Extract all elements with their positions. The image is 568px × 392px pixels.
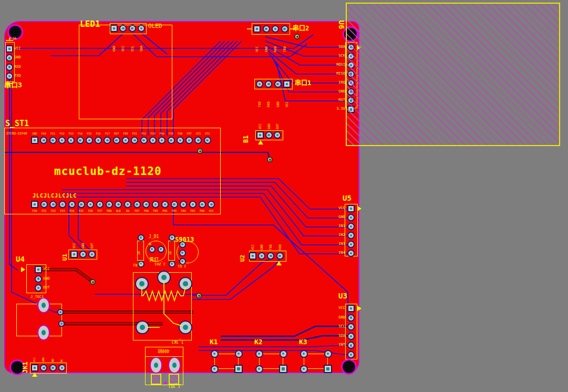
discrete-pad-5[interactable]	[169, 234, 175, 241]
sst1-top-pad-8[interactable]	[95, 137, 102, 144]
btn-pad[interactable]	[235, 350, 243, 358]
sst1-top-pad-1[interactable]	[31, 137, 38, 144]
button-k1-designator[interactable]: K1	[210, 338, 218, 345]
serial1-pad-1[interactable]	[256, 80, 263, 88]
u6-designator[interactable]: U6	[338, 20, 345, 29]
oled-module-outline[interactable]	[79, 25, 172, 119]
relay-ref[interactable]: J_JK1	[171, 339, 184, 343]
discrete-pad-8[interactable]	[179, 250, 186, 256]
sst1-top-pad-16[interactable]	[168, 137, 175, 144]
sst1-bot-pad-4[interactable]	[59, 201, 66, 208]
relay-pad-3[interactable]	[179, 277, 192, 291]
sst1-top-pad-10[interactable]	[113, 137, 120, 144]
u5-pad-3[interactable]	[347, 223, 355, 230]
sst1-top-pad-7[interactable]	[86, 137, 93, 144]
btn-pad[interactable]	[300, 350, 308, 358]
b1-pad-3[interactable]	[274, 131, 281, 139]
u5-pad-2[interactable]	[347, 214, 355, 221]
u3-pad-1[interactable]	[347, 305, 355, 312]
oled-pad-1[interactable]	[110, 25, 118, 32]
serial1-pad-3[interactable]	[274, 80, 282, 88]
oled-pad-4[interactable]	[138, 25, 145, 32]
relay-pad-4[interactable]	[136, 321, 149, 334]
power-conn-pad-1[interactable]	[150, 357, 162, 374]
jk1-pad-3[interactable]	[49, 364, 57, 372]
sst1-bot-pad-11[interactable]	[124, 201, 131, 208]
serial1-designator[interactable]: 串口1	[295, 80, 311, 86]
u1-pad-3[interactable]	[88, 251, 96, 258]
serial3-designator[interactable]: 串口3	[4, 81, 22, 88]
mcu-socket-part[interactable]: STC89-DIP40	[6, 132, 27, 135]
board-title-silk[interactable]: mcuclub-dz-1120	[54, 166, 162, 177]
discrete-pad-6[interactable]	[169, 261, 175, 267]
jk1-pad-1[interactable]	[31, 364, 38, 372]
serial1-pad-4[interactable]	[283, 80, 291, 88]
btn-pad[interactable]	[279, 365, 287, 373]
serial3-pad-1[interactable]	[6, 45, 13, 53]
tec-small-pad-2[interactable]	[58, 321, 65, 327]
button-k2-designator[interactable]: K2	[254, 338, 263, 345]
serial3-pad-4[interactable]	[6, 73, 13, 80]
btn-pad[interactable]	[255, 350, 263, 358]
antenna-keepout-hatch-region[interactable]	[346, 3, 560, 146]
u5-pad-4[interactable]	[347, 232, 355, 239]
u3-pad-4[interactable]	[347, 333, 355, 340]
tec-small-pad-1[interactable]	[57, 309, 64, 315]
oled-module-designator[interactable]: LED1	[80, 20, 100, 28]
via[interactable]	[90, 279, 96, 285]
sst1-top-pad-14[interactable]	[149, 137, 157, 144]
via[interactable]	[294, 34, 300, 39]
led-yellow-ref[interactable]: J_D1	[149, 235, 159, 239]
oled-module-label[interactable]: OLED	[148, 23, 162, 29]
serial2-pad-2[interactable]	[263, 25, 270, 33]
serial2-designator[interactable]: 串口2	[293, 25, 309, 32]
relay-pad-2[interactable]	[157, 271, 171, 284]
btn-pad[interactable]	[234, 365, 243, 373]
u1-designator[interactable]: U1	[62, 250, 68, 261]
sst1-top-pad-6[interactable]	[77, 137, 84, 144]
power-conn-pad-2[interactable]	[168, 357, 181, 374]
u4-pad-1[interactable]	[35, 266, 42, 273]
discrete-pad-1[interactable]	[138, 234, 144, 241]
sst1-bot-pad-14[interactable]	[152, 201, 159, 208]
u2-pad-4[interactable]	[276, 252, 284, 260]
sst1-bot-pad-12[interactable]	[133, 201, 141, 208]
b1-designator[interactable]: B1	[243, 131, 249, 143]
button-k3-designator[interactable]: K3	[299, 338, 307, 345]
u3-pad-6[interactable]	[347, 351, 355, 358]
discrete-pad-4[interactable]	[158, 246, 164, 253]
sst1-bot-pad-8[interactable]	[96, 201, 104, 208]
sst1-bot-pad-15[interactable]	[161, 201, 169, 208]
serial3-pad-3[interactable]	[6, 64, 13, 71]
b1-pad-2[interactable]	[265, 131, 273, 139]
u5-pad-6[interactable]	[347, 250, 355, 257]
btn-pad[interactable]	[211, 365, 219, 373]
sst1-bot-pad-18[interactable]	[189, 201, 197, 208]
jk1-designator[interactable]: JK1	[22, 359, 28, 373]
sst1-bot-pad-9[interactable]	[106, 201, 113, 208]
btn-pad[interactable]	[255, 365, 263, 373]
sst1-top-pad-11[interactable]	[122, 137, 129, 144]
sst1-top-pad-4[interactable]	[58, 137, 66, 144]
jk1-pad-4[interactable]	[58, 364, 66, 372]
sst1-bot-pad-6[interactable]	[78, 201, 85, 208]
sst1-top-pad-18[interactable]	[185, 137, 193, 144]
sst1-bot-pad-1[interactable]	[31, 201, 38, 208]
btn-pad[interactable]	[324, 350, 332, 358]
u3-pad-2[interactable]	[347, 314, 355, 322]
serial2-pad-1[interactable]	[253, 25, 261, 33]
btn-pad[interactable]	[300, 365, 308, 373]
relay-pad-1[interactable]	[135, 277, 149, 291]
sst1-top-pad-20[interactable]	[204, 137, 211, 144]
btn-pad[interactable]	[211, 350, 219, 358]
mcu-socket-designator[interactable]: S_ST1	[5, 120, 29, 128]
tec-pad-2[interactable]	[37, 325, 50, 341]
sst1-bot-pad-19[interactable]	[199, 201, 206, 208]
r1-ref[interactable]: J_R1	[133, 263, 142, 266]
serial2-pad-3[interactable]	[272, 25, 279, 33]
b1-pad-1[interactable]	[256, 131, 264, 139]
oled-pad-3[interactable]	[129, 25, 136, 32]
serial3-ref[interactable]: J_S6	[9, 37, 16, 40]
relay-pad-5[interactable]	[179, 321, 192, 334]
transistor-ref[interactable]: J_Q1	[178, 264, 187, 267]
